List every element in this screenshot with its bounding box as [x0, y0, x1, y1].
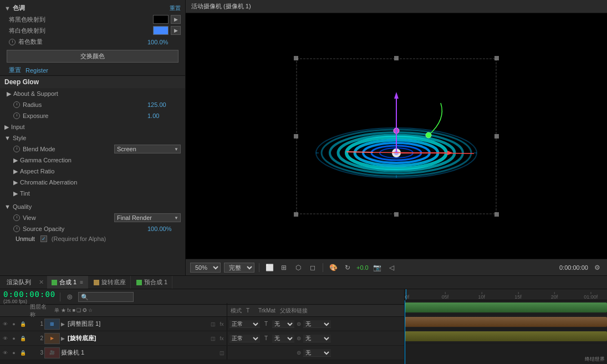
- layer-search-input[interactable]: [78, 292, 134, 302]
- blend-mode-select-wrapper: Screen Normal Add ▼: [114, 145, 181, 153]
- radius-stopwatch-icon[interactable]: [13, 101, 20, 108]
- tab-rotate-base[interactable]: 旋转底座: [89, 276, 131, 289]
- track-area: 终结世界: [405, 300, 607, 364]
- layer-3-lock[interactable]: 🔒: [19, 349, 27, 357]
- about-support-row[interactable]: ▶ About & Support: [0, 88, 185, 99]
- layer-1-trkmat-select[interactable]: 无: [272, 320, 294, 328]
- preview-canvas[interactable]: [186, 13, 607, 259]
- quality-select[interactable]: 完整 一半: [224, 263, 254, 273]
- white-arrow-btn[interactable]: ▶: [171, 26, 181, 35]
- layer-2-thumb-icon: ▶: [50, 336, 54, 341]
- source-opacity-value[interactable]: 100.00%: [147, 225, 181, 232]
- settings-button[interactable]: ⚙: [591, 262, 603, 273]
- chromatic-aberration-row[interactable]: ▶ Chromatic Aberration: [0, 177, 185, 188]
- layer-2-solo[interactable]: ●: [10, 335, 18, 342]
- layer-3-parent-select[interactable]: 无: [303, 349, 331, 357]
- layer-1-switch-fx[interactable]: fx: [218, 320, 226, 328]
- layer-1-mode-select[interactable]: 正常: [229, 320, 260, 328]
- timeline-right: 00f 05f 10f 15f 20f 01:00f: [405, 289, 607, 364]
- black-arrow-btn[interactable]: ▶: [171, 15, 181, 24]
- layer-2-switch-fx[interactable]: fx: [218, 335, 226, 342]
- playhead[interactable]: [406, 289, 406, 300]
- input-label: ▶ Input: [4, 124, 181, 131]
- zoom-select[interactable]: 50% 100% 25%: [190, 263, 221, 273]
- tab-2-label: 旋转底座: [101, 278, 126, 286]
- layer-row[interactable]: 👁 ● 🔒 2 ▶ ▶ [旋转底座] ◫ fx: [0, 331, 404, 346]
- tab-composition-1[interactable]: 合成 1 ≡: [47, 276, 88, 289]
- layer-1-switch-motion-blur[interactable]: ◫: [209, 320, 217, 328]
- view-select[interactable]: Final Render Glow Only: [114, 213, 181, 222]
- radius-value[interactable]: 125.00: [147, 101, 181, 108]
- layer-2-trkmat-select[interactable]: 无: [272, 335, 294, 342]
- input-row[interactable]: ▶ Input: [0, 121, 185, 132]
- unmult-checkbox[interactable]: ✓: [40, 235, 47, 242]
- tab-color-box-3: [136, 280, 142, 285]
- layer-1-parent-select[interactable]: 无: [303, 320, 331, 328]
- tint-amount-value[interactable]: 100.0%: [147, 39, 181, 45]
- fit-frame-button[interactable]: ⊞: [278, 262, 289, 273]
- timeline-end-label: 终结世界: [585, 356, 605, 363]
- deep-glow-section[interactable]: Deep Glow: [0, 75, 185, 88]
- refresh-button[interactable]: ↻: [342, 262, 353, 273]
- solo-button[interactable]: ◎: [65, 292, 75, 302]
- register-link[interactable]: Register: [25, 67, 48, 74]
- black-swatch[interactable]: [153, 15, 169, 24]
- white-swatch[interactable]: [153, 26, 169, 35]
- layer-1-visibility[interactable]: 👁: [1, 320, 9, 328]
- track-row-2[interactable]: [405, 315, 607, 329]
- layer-2-expand[interactable]: ▶: [61, 336, 67, 341]
- color-section-header[interactable]: ▼ 色调 重置: [0, 2, 185, 14]
- style-row[interactable]: ▼ Style: [0, 132, 185, 143]
- aspect-arrow-icon: ▶: [13, 168, 18, 175]
- track-row-3[interactable]: [405, 329, 607, 344]
- exposure-stopwatch-icon[interactable]: [13, 112, 20, 119]
- layer-row[interactable]: 👁 ● 🔒 3 🎥 摄像机 1 ◫: [0, 346, 404, 360]
- reset-link[interactable]: 重置: [9, 66, 21, 74]
- preview-title-text: 活动摄像机 (摄像机 1): [191, 3, 251, 9]
- view-stopwatch-icon[interactable]: [13, 214, 20, 221]
- source-opacity-stopwatch-icon[interactable]: [13, 225, 20, 232]
- track-bar-3: [405, 331, 607, 341]
- svg-rect-1: [294, 56, 298, 60]
- gamma-arrow-icon: ▶: [13, 157, 18, 164]
- toggle-transparency-button[interactable]: ⬜: [264, 262, 275, 273]
- camera-preview-button[interactable]: 📷: [372, 262, 383, 273]
- quality-section-row[interactable]: ▼ Quality: [0, 201, 185, 212]
- required-alpha-label: (Required for Alpha): [52, 235, 106, 242]
- exchange-colors-button[interactable]: 交换颜色: [7, 50, 178, 63]
- layer-2-lock[interactable]: 🔒: [19, 335, 27, 342]
- layer-2-switch-motion-blur[interactable]: ◫: [209, 335, 217, 342]
- track-playhead[interactable]: [405, 300, 405, 364]
- layer-1-lock[interactable]: 🔒: [19, 320, 27, 328]
- tab-precomp-1[interactable]: 预合成 1: [132, 276, 172, 289]
- snapshot-button[interactable]: ◻: [307, 262, 318, 273]
- layer-1-solo[interactable]: ●: [10, 320, 18, 328]
- aspect-ratio-row[interactable]: ▶ Aspect Ratio: [0, 166, 185, 177]
- preview-btn2[interactable]: ◁: [386, 262, 397, 273]
- layer-2-parent-select[interactable]: 无: [303, 335, 331, 342]
- blend-stopwatch-icon[interactable]: [13, 146, 20, 152]
- layer-1-num: 1: [34, 321, 43, 327]
- layer-1-expand[interactable]: ▶: [61, 321, 67, 327]
- layer-2-visibility[interactable]: 👁: [1, 335, 9, 342]
- tint-row[interactable]: ▶ Tint: [0, 188, 185, 199]
- color-correct-button[interactable]: 🎨: [328, 262, 339, 273]
- radius-label: Radius: [13, 101, 147, 108]
- style-label: ▼ Style: [4, 135, 181, 141]
- layer-3-solo[interactable]: ●: [10, 349, 18, 357]
- gamma-correction-row[interactable]: ▶ Gamma Correction: [0, 155, 185, 166]
- blend-mode-select[interactable]: Screen Normal Add: [114, 145, 181, 153]
- track-row-1[interactable]: [405, 300, 607, 315]
- ruler-tick-20f: 20f: [551, 294, 558, 300]
- layer-2-mode-select[interactable]: 正常: [229, 335, 260, 342]
- layer-header-left: 图层名称 单 ★ fx ■ ❑ ✪ ☆: [0, 303, 227, 319]
- timeline-timecode[interactable]: 0:00:00:00: [3, 290, 55, 299]
- layer-row[interactable]: 👁 ● 🔒 1 ▩ ▶ [调整图层 1] ◫ fx: [0, 317, 404, 331]
- exposure-value[interactable]: 1.00: [147, 112, 181, 119]
- layer-3-switch-motion-blur[interactable]: ◫: [218, 349, 226, 357]
- layer-3-visibility[interactable]: 👁: [1, 349, 9, 357]
- about-arrow-icon: ▶: [7, 90, 11, 98]
- region-button[interactable]: ⬡: [293, 262, 304, 273]
- tint-stopwatch-icon[interactable]: [9, 39, 16, 45]
- color-reset-link[interactable]: 重置: [170, 4, 181, 12]
